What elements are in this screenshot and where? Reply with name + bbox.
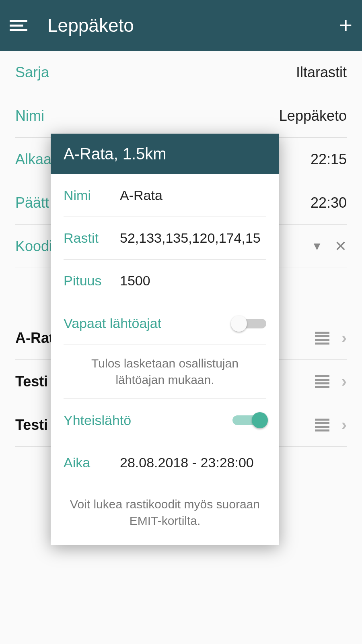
label-nimi: Nimi	[15, 107, 44, 124]
label-alkaa: Alkaa	[15, 151, 51, 168]
dialog-title: A-Rata, 1.5km	[51, 134, 279, 174]
chevron-right-icon: ›	[341, 372, 347, 390]
label-paattyy: Päätt	[15, 194, 49, 211]
page-title: Leppäketo	[47, 14, 339, 36]
track-name: Testi	[15, 417, 48, 433]
value-nimi: Leppäketo	[279, 107, 347, 124]
dialog-row-aika[interactable]: Aika 28.08.2018 - 23:28:00	[64, 442, 266, 484]
dialog-note-vapaat: Tulos lasketaan osallistujan lähtöajan m…	[64, 345, 266, 399]
dialog-value-nimi: A-Rata	[120, 188, 162, 203]
dialog-value-rastit: 52,133,135,120,174,15	[120, 230, 261, 246]
dialog-label-nimi: Nimi	[64, 188, 120, 203]
dialog-row-rastit[interactable]: Rastit 52,133,135,120,174,15	[64, 217, 266, 260]
chevron-right-icon: ›	[341, 329, 347, 347]
reorder-icon[interactable]	[315, 332, 329, 345]
dialog-row-yhteis[interactable]: Yhteislähtö	[64, 399, 266, 442]
dialog-row-pituus[interactable]: Pituus 1500	[64, 260, 266, 302]
chevron-right-icon: ›	[341, 416, 347, 434]
row-nimi[interactable]: Nimi Leppäketo	[15, 94, 347, 138]
dialog-value-pituus: 1500	[120, 273, 150, 289]
vapaat-toggle[interactable]	[232, 316, 266, 331]
dialog-row-nimi[interactable]: Nimi A-Rata	[64, 174, 266, 217]
close-icon[interactable]: ✕	[335, 238, 347, 255]
label-sarja: Sarja	[15, 64, 49, 81]
value-paattyy: 22:30	[311, 194, 347, 211]
dialog-value-aika: 28.08.2018 - 23:28:00	[120, 455, 254, 471]
dialog-label-aika: Aika	[64, 455, 120, 471]
dropdown-caret-icon[interactable]: ▼	[311, 240, 323, 253]
value-sarja: Iltarastit	[296, 64, 347, 81]
reorder-icon[interactable]	[315, 419, 329, 431]
course-dialog: A-Rata, 1.5km Nimi A-Rata Rastit 52,133,…	[51, 134, 279, 545]
dialog-label-vapaat: Vapaat lähtöajat	[64, 316, 232, 331]
app-bar: Leppäketo +	[0, 0, 362, 51]
dialog-row-vapaat[interactable]: Vapaat lähtöajat	[64, 302, 266, 345]
label-koodi: Koodi	[15, 238, 52, 255]
dialog-label-yhteis: Yhteislähtö	[64, 413, 232, 428]
dialog-label-rastit: Rastit	[64, 230, 120, 246]
track-name: Testi	[15, 373, 48, 390]
value-alkaa: 22:15	[311, 151, 347, 168]
dialog-footer-note: Voit lukea rastikoodit myös suoraan EMIT…	[51, 484, 279, 545]
yhteis-toggle[interactable]	[232, 413, 266, 427]
reorder-icon[interactable]	[315, 375, 329, 388]
track-name: A-Rat	[15, 330, 54, 347]
add-icon[interactable]: +	[339, 14, 352, 37]
row-sarja[interactable]: Sarja Iltarastit	[15, 51, 347, 94]
dialog-label-pituus: Pituus	[64, 273, 120, 289]
menu-icon[interactable]	[10, 17, 27, 34]
